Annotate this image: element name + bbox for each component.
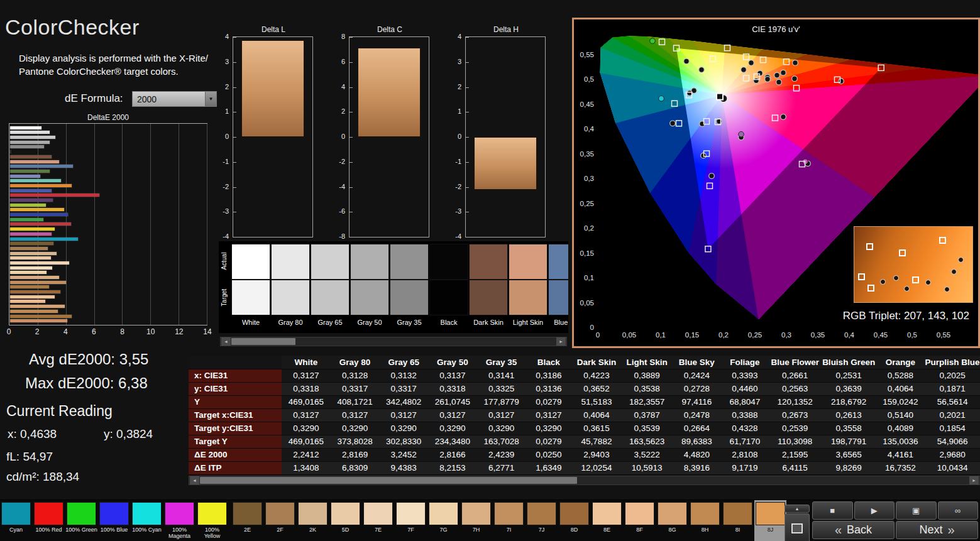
scroll-right-icon[interactable]: ► [969, 476, 979, 484]
table-cell: 97,4116 [672, 395, 721, 408]
patch-tile-5d[interactable]: 5D [329, 500, 361, 541]
table-scrollbar[interactable]: ◄ ► [189, 476, 980, 485]
patch-swatch [494, 502, 524, 525]
tick-mark [466, 37, 469, 38]
strip-patch-blue-sky: Blue Sky [548, 244, 568, 329]
column-header: Foliage [721, 356, 768, 369]
play-button[interactable]: ▶ [854, 501, 895, 520]
measurement-marker [709, 173, 715, 179]
patch-tile-8g[interactable]: 8G [656, 500, 688, 541]
table-cell: 2,4239 [477, 448, 526, 461]
cie-x-tick: 0 [596, 331, 600, 339]
cie-y-tick: 0,1 [584, 274, 594, 281]
stop-button[interactable]: ■ [812, 501, 853, 520]
scroll-thumb[interactable] [200, 477, 577, 484]
table-cell: 0,3317 [331, 382, 380, 395]
cie-zoom-inset [854, 226, 973, 303]
scroll-right-icon[interactable]: ► [556, 337, 566, 346]
table-cell: 2,8108 [721, 448, 768, 461]
patch-swatch [99, 502, 129, 525]
scroll-thumb[interactable] [231, 338, 295, 345]
deltaL-plot [233, 36, 313, 238]
patch-tile-8e[interactable]: 8E [591, 500, 623, 541]
patch-tile-100-magenta[interactable]: 100% Magenta [163, 500, 195, 541]
table-cell: 0,3558 [822, 422, 876, 435]
patch-tile-100-blue[interactable]: 100% Blue [98, 500, 130, 541]
strip-scrollbar[interactable]: ◄ ► [220, 337, 567, 346]
patch-tile-7e[interactable]: 7E [362, 500, 394, 541]
back-button[interactable]: « Back [812, 521, 895, 539]
patch-tile-100-yellow[interactable]: 100% Yellow [196, 500, 228, 541]
de-bar [10, 179, 61, 182]
table-cell: 12,0254 [571, 461, 622, 474]
y-tick-label: 6 [328, 58, 345, 65]
table-cell: 6,2771 [477, 461, 526, 474]
tick-mark [233, 37, 236, 38]
de-bar [10, 150, 11, 153]
table-cell: 0,4089 [876, 422, 925, 435]
patch-tile-100-green[interactable]: 100% Green [65, 500, 97, 541]
continuous-measure-button[interactable]: ∞ [938, 501, 979, 520]
row-label: y: CIE31 [189, 382, 282, 395]
patch-tile-cyan[interactable]: Cyan [0, 500, 32, 541]
table-cell: 0,3136 [526, 382, 571, 395]
table-cell: 54,9066 [925, 435, 980, 448]
table-cell: 0,3317 [379, 382, 428, 395]
measurement-marker [765, 77, 771, 82]
inset-measurement-marker [951, 269, 957, 275]
patch-tile-8d[interactable]: 8D [558, 500, 590, 541]
scroll-left-icon[interactable]: ◄ [221, 337, 231, 346]
cie-x-tick: 0,4 [844, 331, 855, 339]
patch-label: 7I [493, 526, 525, 533]
scroll-left-icon[interactable]: ◄ [190, 476, 199, 484]
inset-target-marker [866, 243, 873, 250]
patch-tile-7i[interactable]: 7I [493, 500, 525, 541]
collapse-up-button[interactable]: ▲ [785, 505, 810, 513]
patch-label: 5D [329, 526, 361, 533]
table-cell: 2,8166 [428, 448, 477, 461]
play-icon: ▶ [871, 506, 878, 515]
patch-tile-2e[interactable]: 2E [231, 500, 263, 541]
table-cell: 408,1721 [331, 395, 380, 408]
measurement-marker [739, 131, 744, 137]
table-row: ΔE 20002,24122,81693,24522,81662,42390,0… [189, 448, 980, 461]
patch-tile-7f[interactable]: 7F [395, 500, 427, 541]
patch-tile-8j[interactable]: 8J [754, 500, 786, 541]
target-swatch [271, 280, 310, 315]
patch-swatch [396, 502, 426, 525]
next-button[interactable]: Next » [896, 521, 978, 539]
de-formula-dropdown[interactable]: 2000 ▼ [132, 91, 217, 107]
app-description: Display analysis is performed with the X… [19, 52, 208, 78]
table-cell: 6,4115 [769, 461, 822, 474]
measure-controls: ■ ▶ ▣ ∞ « Back Next » [812, 501, 978, 539]
patch-tile-7g[interactable]: 7G [427, 500, 460, 541]
patch-name: Blue Sky [548, 315, 568, 329]
pattern-window-button[interactable] [785, 513, 810, 541]
column-header: Gray 35 [477, 356, 526, 369]
patch-tile-8h[interactable]: 8H [689, 500, 721, 541]
patch-tile-100-cyan[interactable]: 100% Cyan [131, 500, 163, 541]
tick-mark [466, 212, 469, 212]
patch-tile-7h[interactable]: 7H [460, 500, 492, 541]
strip-patch-dark-skin: Dark Skin [469, 244, 508, 329]
column-header: Blue Flower [769, 356, 822, 369]
tick-mark [233, 187, 236, 188]
table-cell: 0,0279 [526, 395, 571, 408]
target-swatch [469, 280, 508, 315]
patch-tile-100-red[interactable]: 100% Red [33, 500, 65, 541]
patch-tile-7j[interactable]: 7J [526, 500, 558, 541]
patch-tile-2k[interactable]: 2K [297, 500, 329, 541]
table-cell: 8,2153 [428, 461, 477, 474]
patch-tile-8f[interactable]: 8F [624, 500, 656, 541]
patch-tile-8i[interactable]: 8I [722, 500, 754, 541]
de-bar [10, 222, 71, 226]
table-cell: 4,4161 [876, 448, 925, 461]
single-measure-button[interactable]: ▣ [896, 501, 937, 520]
patch-tile-2f[interactable]: 2F [264, 500, 296, 541]
patch-swatch [592, 502, 622, 525]
table-cell: 10,0434 [925, 461, 980, 474]
patch-swatch [1, 502, 31, 525]
inset-target-marker [912, 276, 919, 283]
target-swatch [429, 280, 468, 315]
patch-label: 8H [689, 526, 721, 533]
